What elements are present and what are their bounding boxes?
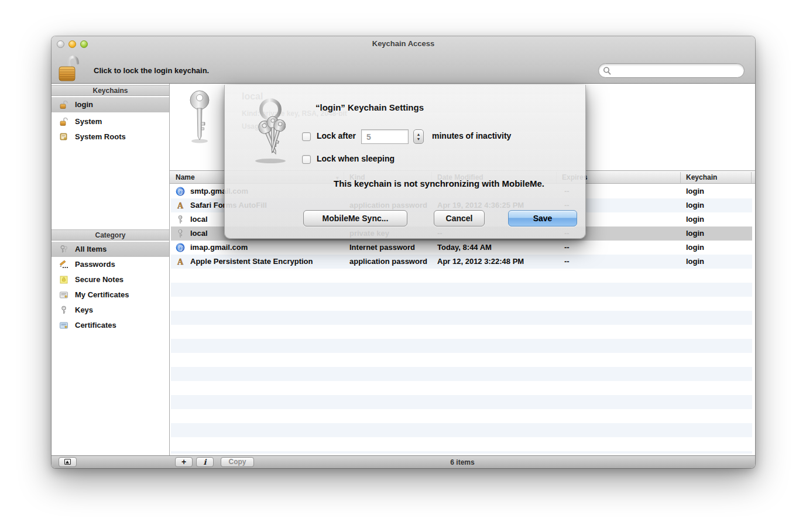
keychain-access-window: Keychain Access Click [52, 36, 755, 468]
row-expires: -- [564, 255, 570, 269]
row-keychain: login [686, 226, 704, 241]
row-keychain: login [686, 212, 704, 226]
sidebar-item-system-roots[interactable]: System Roots [52, 129, 169, 145]
application-a-icon: A [176, 257, 185, 266]
certificate-icon [59, 321, 68, 330]
row-date-modified: Today, 8:44 AM [437, 241, 492, 255]
status-bar: + i Copy 6 items [52, 455, 755, 468]
column-separator[interactable] [751, 172, 752, 183]
open-padlock-gold-icon[interactable] [57, 56, 83, 85]
certificate-stack-icon [59, 132, 68, 142]
lock-after-label: Lock after [317, 131, 356, 140]
keyring-icon [247, 97, 293, 164]
sidebar-item-system[interactable]: System [52, 114, 169, 129]
application-a-icon: A [176, 201, 185, 210]
keychains-section-header: Keychains [52, 85, 169, 96]
sidebar-item-label: System [75, 114, 102, 129]
unlocked-keychain-icon [59, 100, 68, 109]
table-row[interactable]: A Apple Persistent State Encryption appl… [171, 255, 752, 269]
svg-text:A: A [177, 201, 184, 210]
key-icon [176, 215, 185, 224]
sidebar-item-label: System Roots [75, 129, 126, 145]
large-key-icon [185, 88, 214, 145]
sidebar: Keychains login System [52, 84, 170, 455]
cancel-button[interactable]: Cancel [434, 210, 485, 226]
minutes-suffix-label: minutes of inactivity [432, 131, 511, 140]
svg-text:@: @ [177, 188, 183, 195]
sidebar-item-label: My Certificates [75, 287, 129, 303]
mobileme-sync-message: This keychain is not synchronizing with … [300, 179, 578, 188]
minutes-input[interactable] [361, 129, 409, 144]
unlocked-keychain-icon [59, 117, 68, 126]
row-keychain: login [686, 255, 704, 269]
key-icon [59, 306, 68, 315]
sidebar-item-passwords[interactable]: Passwords [52, 257, 169, 272]
row-name: local [190, 212, 208, 226]
row-name: imap.gmail.com [190, 241, 248, 255]
my-certificate-icon [59, 290, 68, 300]
window-title: Keychain Access [52, 39, 755, 48]
sidebar-item-all-items[interactable]: All Items [52, 242, 169, 257]
row-kind: Internet password [349, 241, 415, 255]
mobileme-sync-button[interactable]: MobileMe Sync... [303, 210, 407, 226]
titlebar[interactable]: Keychain Access [52, 36, 755, 52]
keychain-settings-sheet: “login” Keychain Settings Lock after ▲ ▼… [224, 85, 586, 239]
sidebar-item-my-certificates[interactable]: My Certificates [52, 287, 169, 303]
row-name: Apple Persistent State Encryption [190, 255, 313, 269]
row-name: local [190, 226, 208, 241]
sidebar-item-label: Passwords [75, 257, 115, 272]
lock-when-sleeping-checkbox[interactable] [302, 155, 311, 164]
window-header: Keychain Access Click [52, 36, 755, 84]
at-icon: @ [176, 243, 185, 252]
column-separator[interactable] [680, 172, 681, 183]
sidebar-toggle-icon [64, 459, 71, 465]
sidebar-item-label: login [75, 97, 93, 112]
keys-pair-icon [59, 245, 68, 254]
table-row[interactable]: @ imap.gmail.com Internet password Today… [171, 241, 752, 255]
key-icon [176, 229, 185, 238]
save-button[interactable]: Save [508, 210, 577, 226]
password-pencil-icon [59, 260, 68, 269]
sidebar-item-label: Certificates [75, 318, 116, 333]
sidebar-item-keys[interactable]: Keys [52, 303, 169, 318]
sidebar-item-label: Secure Notes [75, 272, 124, 287]
sidebar-item-login[interactable]: login [52, 97, 169, 112]
sidebar-toggle-button[interactable] [59, 457, 77, 467]
row-keychain: login [686, 198, 704, 212]
row-keychain: login [686, 241, 704, 255]
row-kind: application password [349, 255, 427, 269]
items-count: 6 items [170, 458, 755, 466]
sidebar-item-label: Keys [75, 303, 93, 318]
sidebar-item-label: All Items [75, 242, 107, 257]
at-icon: @ [176, 187, 185, 196]
row-expires: -- [564, 241, 570, 255]
sidebar-item-certificates[interactable]: Certificates [52, 318, 169, 333]
stepper-up-icon[interactable]: ▲ [414, 132, 423, 136]
svg-text:@: @ [177, 244, 183, 251]
column-header-name[interactable]: Name [176, 173, 195, 181]
category-section-header: Category [52, 229, 169, 241]
secure-note-icon [59, 275, 68, 284]
search-field[interactable] [598, 63, 745, 78]
svg-text:A: A [177, 258, 184, 266]
sheet-title: “login” Keychain Settings [315, 102, 424, 112]
magnifier-icon [603, 66, 611, 75]
lock-when-sleeping-label: Lock when sleeping [317, 154, 395, 163]
lock-hint-text: Click to lock the login keychain. [94, 66, 209, 75]
sidebar-item-secure-notes[interactable]: Secure Notes [52, 272, 169, 287]
search-input[interactable] [614, 65, 740, 76]
row-date-modified: Apr 12, 2012 3:22:48 PM [437, 255, 524, 269]
lock-after-checkbox[interactable] [302, 132, 311, 141]
row-keychain: login [686, 184, 704, 198]
stepper-down-icon[interactable]: ▼ [414, 137, 423, 141]
minutes-stepper[interactable]: ▲ ▼ [413, 129, 424, 144]
column-header-keychain[interactable]: Keychain [686, 173, 717, 181]
